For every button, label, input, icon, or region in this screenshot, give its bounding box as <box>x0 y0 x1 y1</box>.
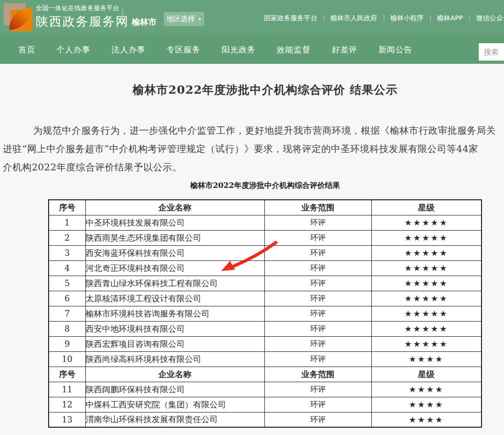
link-national-platform[interactable]: 国家政务服务平台 <box>264 14 317 23</box>
table-row: 13渭南华山环保科技发展有限责任公司环评★★★★ <box>49 412 482 427</box>
cell-scope: 环评 <box>264 336 371 351</box>
nav-item-efficiency[interactable]: 效能监督 <box>277 44 311 55</box>
star-rating: ★★★★★ <box>371 291 482 306</box>
table-header-row: 序号企业名称业务范围星级 <box>49 200 482 215</box>
nav-menu: 首页 个人办事 法人办事 专区服务 阳光政务 效能监督 好差评 新闻公告 <box>0 35 504 64</box>
cell-no: 11 <box>49 382 85 397</box>
site-brand: 全国一体化在线政务服务平台 陕西政务服务网 <box>36 4 129 30</box>
link-wechat[interactable]: 微信公众号 <box>476 14 504 23</box>
column-header: 业务范围 <box>264 200 371 215</box>
link-app[interactable]: 榆林APP <box>437 14 463 23</box>
star-rating: ★★★★ <box>371 351 482 367</box>
table-row: 1中圣环境科技发展有限公司环评★★★★★ <box>49 215 482 230</box>
announcement-page: 榆林市2022年度涉批中介机构综合评价 结果公示 为规范中介服务行为，进一步强化… <box>0 64 504 428</box>
nav-item-open-gov[interactable]: 阳光政务 <box>222 44 256 55</box>
platform-subtitle: 全国一体化在线政务服务平台 <box>36 4 129 12</box>
nav-item-personal[interactable]: 个人办事 <box>56 44 90 55</box>
link-mini-program[interactable]: 榆林小程序 <box>391 14 424 23</box>
cell-name: 中圣环境科技发展有限公司 <box>85 215 264 230</box>
nav-item-news[interactable]: 新闻公告 <box>379 44 413 55</box>
cell-scope: 环评 <box>264 397 371 412</box>
cell-scope: 环评 <box>264 276 371 291</box>
table-header-row: 序号企业名称业务范围星级 <box>49 367 482 382</box>
cell-scope: 环评 <box>264 412 371 427</box>
star-rating: ★★★★★ <box>371 276 482 291</box>
cell-scope: 环评 <box>264 260 371 276</box>
cell-no: 8 <box>49 321 85 336</box>
star-rating: ★★★★ <box>371 412 482 427</box>
cell-no: 9 <box>49 336 85 351</box>
cell-no: 12 <box>49 397 85 412</box>
announcement-paragraph: 为规范中介服务行为，进一步强化中介监管工作，更好地提升我市营商环境，根据《榆林市… <box>0 121 504 176</box>
cell-no: 4 <box>49 260 85 276</box>
current-city-label: 榆林市 <box>132 17 157 28</box>
table-row: 9陕西宏辉项目咨询有限公司环评★★★★★ <box>49 336 482 351</box>
column-header: 序号 <box>49 200 85 215</box>
table-row: 6太原核清环境工程设计有限公司环评★★★★★ <box>49 291 482 306</box>
cell-name: 渭南华山环保科技发展有限责任公司 <box>85 412 264 427</box>
table-row: 8西安中地环境科技有限公司环评★★★★★ <box>49 321 482 336</box>
star-rating: ★★★★★ <box>371 215 482 230</box>
column-header: 企业名称 <box>85 367 264 382</box>
cell-scope: 环评 <box>264 215 371 230</box>
cell-name: 西安中地环境科技有限公司 <box>85 321 264 336</box>
table-row: 4河北奇正环境科技有限公司环评★★★★★ <box>49 260 482 276</box>
column-header: 序号 <box>49 367 85 382</box>
cell-scope: 环评 <box>264 382 371 397</box>
cell-scope: 环评 <box>264 291 371 306</box>
paragraph-line: 为规范中介服务行为，进一步强化中介监管工作，更好地提升我市营商环境，根据《榆林市… <box>0 121 504 140</box>
star-rating: ★★★★★ <box>371 230 482 245</box>
star-rating: ★★★★ <box>371 397 482 412</box>
nav-item-legal-person[interactable]: 法人办事 <box>112 44 146 55</box>
evaluation-results-table: 序号企业名称业务范围星级1中圣环境科技发展有限公司环评★★★★★2陕西雨昊生态环… <box>48 199 482 428</box>
main-navigation-bar: 首页 个人办事 法人办事 专区服务 阳光政务 效能监督 好差评 新闻公告 <box>0 35 504 64</box>
link-city-government[interactable]: 榆林市人民政府 <box>330 14 377 23</box>
link-separator <box>430 15 431 22</box>
cell-scope: 环评 <box>264 230 371 245</box>
table-row: 10陕西尚绿高科环境科技有限公司环评★★★★ <box>49 351 482 367</box>
cell-no: 1 <box>49 215 85 230</box>
region-select-label: 地区选择 <box>167 14 195 24</box>
star-rating: ★★★★★ <box>371 245 482 260</box>
cell-scope: 环评 <box>264 351 371 367</box>
top-links-row: 国家政务服务平台 榆林市人民政府 榆林小程序 榆林APP 微信公众号 注册 <box>264 14 504 23</box>
cell-scope: 环评 <box>264 306 371 321</box>
cell-name: 陕西雨昊生态环境集团有限公司 <box>85 230 264 245</box>
site-logo <box>4 2 34 34</box>
table-row: 12中煤科工西安研究院（集团）有限公司环评★★★★ <box>49 397 482 412</box>
page-title: 榆林市2022年度涉批中介机构综合评价 结果公示 <box>0 82 504 97</box>
cell-no: 6 <box>49 291 85 306</box>
nav-item-rating[interactable]: 好差评 <box>332 44 358 55</box>
search-box <box>479 43 504 61</box>
site-title: 陕西政务服务网 <box>36 13 129 30</box>
cell-name: 太原核清环境工程设计有限公司 <box>85 291 264 306</box>
cell-name: 河北奇正环境科技有限公司 <box>85 260 264 276</box>
column-header: 企业名称 <box>85 200 264 215</box>
chevron-down-icon: ▼ <box>198 17 202 22</box>
paragraph-line: 介机构2022年度综合评价结果予以公示。 <box>0 158 504 176</box>
table-row: 5陕西青山绿水环保科技工程有限公司环评★★★★★ <box>49 276 482 291</box>
star-rating: ★★★★★ <box>371 336 482 351</box>
nav-item-zone-services[interactable]: 专区服务 <box>167 44 201 55</box>
star-rating: ★★★★★ <box>371 306 482 321</box>
column-header: 星级 <box>371 367 482 382</box>
cell-name: 榆林市环境科技咨询服务有限公司 <box>85 306 264 321</box>
brand-divider <box>123 9 123 27</box>
cell-name: 陕西阔鹏环保科技有限公司 <box>85 382 264 397</box>
cell-no: 5 <box>49 276 85 291</box>
nav-item-home[interactable]: 首页 <box>18 44 35 55</box>
table-row: 7榆林市环境科技咨询服务有限公司环评★★★★★ <box>49 306 482 321</box>
cell-name: 中煤科工西安研究院（集团）有限公司 <box>85 397 264 412</box>
table-row: 3西安海蓝环保科技有限公司环评★★★★★ <box>49 245 482 260</box>
star-rating: ★★★★★ <box>371 260 482 276</box>
cell-no: 13 <box>49 412 85 427</box>
paragraph-line: 进驻“网上中介服务超市”中介机构考评管理规定（试行）》要求，现将评定的中圣环境科… <box>0 140 504 158</box>
star-rating: ★★★★ <box>371 382 482 397</box>
region-select-button[interactable]: 地区选择 ▼ <box>164 12 204 26</box>
cell-no: 10 <box>49 351 85 367</box>
link-separator <box>384 15 384 22</box>
cell-scope: 环评 <box>264 245 371 260</box>
top-header-bar: 全国一体化在线政务服务平台 陕西政务服务网 榆林市 地区选择 ▼ 国家政务服务平… <box>0 0 504 35</box>
search-input[interactable] <box>479 43 504 61</box>
table-row: 2陕西雨昊生态环境集团有限公司环评★★★★★ <box>49 230 482 245</box>
